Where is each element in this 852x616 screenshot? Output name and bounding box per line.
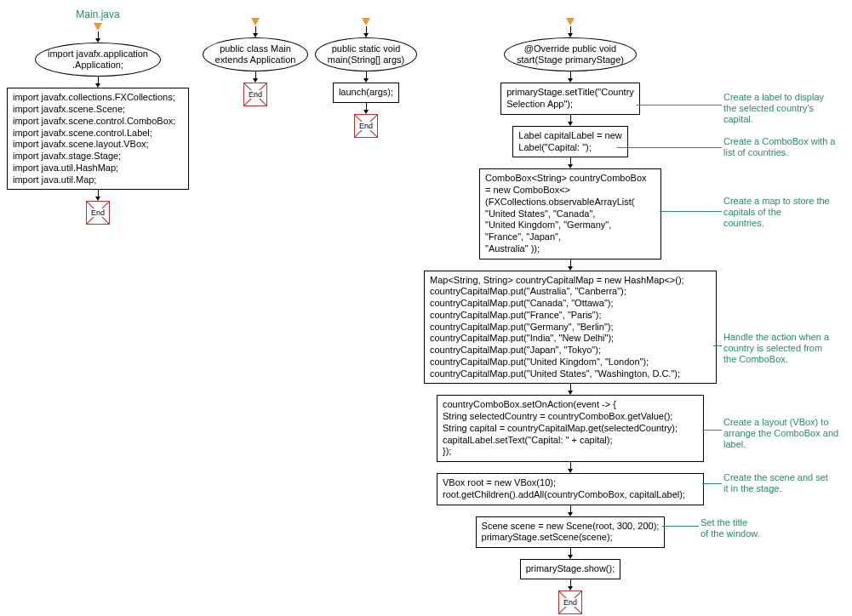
start-arrow-icon (94, 23, 102, 31)
connector (95, 190, 100, 201)
start-arrow-icon (566, 18, 575, 26)
connector (363, 26, 369, 37)
annotation-onaction: Handle the action when a country is sele… (723, 332, 829, 366)
diagram-title: Main.java (76, 9, 119, 20)
box-hashmap: Map<String, String> countryCapitalMap = … (424, 271, 717, 385)
box-imports: import javafx.collections.FXCollections;… (7, 88, 189, 190)
end-label: End (563, 598, 578, 607)
end-label: End (248, 90, 263, 99)
connector (568, 71, 573, 83)
annotation-map: Create a map to store the capitals of th… (723, 196, 830, 230)
start-arrow-icon (251, 18, 260, 26)
connector (253, 71, 258, 83)
box-show: primaryStage.show(); (520, 559, 621, 579)
oval-import-app: import javafx.application .Application; (35, 43, 161, 77)
connector (363, 71, 369, 83)
box-launch: launch(args); (333, 83, 399, 103)
connector (568, 157, 573, 168)
connector (568, 579, 573, 590)
box-setonaction: countryComboBox.setOnAction(event -> { S… (437, 395, 704, 462)
end-node: End (86, 201, 110, 225)
connector (363, 103, 369, 114)
annotation-connector (702, 483, 722, 484)
connector (568, 462, 573, 473)
connector (568, 26, 573, 37)
annotation-connector (662, 526, 699, 527)
box-vbox: VBox root = new VBox(10); root.getChildr… (437, 473, 704, 505)
connector (568, 260, 573, 271)
annotation-label-capital: Create a label to display the selected c… (723, 92, 824, 126)
annotation-connector (660, 211, 722, 212)
connector (568, 548, 573, 559)
annotation-scene: Create the scene and set it in the stage… (723, 472, 828, 494)
annotation-connector (617, 147, 722, 148)
annotation-connector (702, 430, 722, 431)
connector (253, 26, 258, 37)
connector (568, 115, 573, 126)
flow-column-4: @Override public void start(Stage primar… (426, 17, 715, 614)
oval-main-method: public static void main(String[] args) (315, 37, 417, 71)
flow-column-2: public class Main extends Application En… (204, 17, 306, 106)
end-node: End (558, 590, 582, 614)
box-combobox: ComboBox<String> countryComboBox = new C… (479, 168, 661, 259)
end-node: End (354, 114, 378, 138)
annotation-title: Set the title of the window. (700, 517, 760, 539)
box-settitle: primaryStage.setTitle("Country Selection… (500, 83, 640, 115)
start-arrow-icon (362, 18, 370, 26)
annotation-connector (713, 345, 722, 346)
oval-start-override: @Override public void start(Stage primar… (504, 37, 637, 71)
connector (95, 31, 100, 43)
connector (95, 77, 100, 88)
end-label: End (358, 122, 374, 130)
flow-column-3: public static void main(String[] args) l… (315, 17, 417, 138)
box-scene: Scene scene = new Scene(root, 300, 200);… (476, 516, 666, 549)
annotation-combobox: Create a ComboBox with a list of countri… (723, 136, 835, 158)
connector (568, 384, 573, 395)
end-label: End (90, 208, 106, 217)
annotation-connector (637, 105, 722, 106)
end-node: End (243, 83, 267, 106)
oval-class-main: public class Main extends Application (203, 37, 309, 71)
annotation-vbox: Create a layout (VBox) to arrange the Co… (723, 417, 838, 451)
box-label: Label capitalLabel = new Label("Capital:… (512, 126, 627, 158)
connector (568, 505, 573, 516)
flow-column-1: Main.java import javafx.application .App… (9, 9, 187, 225)
